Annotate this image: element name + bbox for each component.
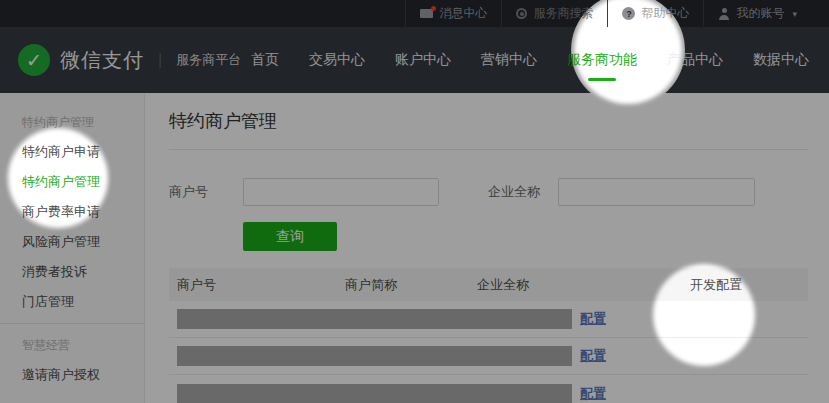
company-name-label: 企业全称 [488, 183, 558, 201]
col-header-short-name: 商户简称 [337, 276, 469, 294]
brand[interactable]: ✓ 微信支付 | 服务商平台 [18, 44, 241, 76]
config-link[interactable]: 配置 [572, 310, 808, 328]
sidebar-section-header: 智慧经营 [0, 330, 144, 360]
wechat-pay-logo-icon: ✓ [18, 44, 50, 76]
primary-nav: 首页 交易中心 账户中心 营销中心 服务商功能 产品中心 数据中心 [251, 45, 809, 75]
table-row: 配置 [169, 375, 808, 403]
sidebar-group-smart-business: 智慧经营 邀请商户授权 [0, 330, 144, 390]
col-header-dev-config: 开发配置 [682, 276, 808, 294]
message-center-menu[interactable]: 消息中心 [405, 0, 501, 27]
help-icon: ? [622, 7, 635, 20]
table-row: 配置 [169, 338, 808, 375]
merchant-table: 商户号 商户简称 企业全称 开发配置 配置 配置 配置 [169, 268, 808, 403]
sidebar-item-merchant-manage[interactable]: 特约商户管理 [0, 167, 144, 197]
sidebar-section-header: 特约商户管理 [0, 107, 144, 137]
provider-search-menu[interactable]: 服务商搜索 [501, 0, 607, 27]
redacted-cell-bar [177, 309, 572, 329]
brand-separator: | [158, 51, 162, 69]
sidebar-item-consumer-complaint[interactable]: 消费者投诉 [0, 257, 144, 287]
nav-item-data-center[interactable]: 数据中心 [753, 45, 809, 75]
sidebar-item-rate-apply[interactable]: 商户费率申请 [0, 197, 144, 227]
merchant-id-input[interactable] [243, 178, 439, 206]
page-body: 特约商户管理 特约商户申请 特约商户管理 商户费率申请 风险商户管理 消费者投诉… [0, 93, 829, 403]
chevron-down-icon: ▾ [792, 9, 797, 19]
page: 消息中心 服务商搜索 ? 帮助中心 我的账号 ▾ ✓ 微信支付 | 服务商平台 … [0, 0, 829, 403]
nav-item-provider-functions[interactable]: 服务商功能 [567, 45, 637, 75]
platform-name: 服务商平台 [176, 51, 241, 69]
account-label: 我的账号 [736, 5, 784, 22]
sidebar-item-invite-merchant-auth[interactable]: 邀请商户授权 [0, 360, 144, 390]
redacted-cell-bar [177, 346, 572, 366]
company-name-input[interactable] [558, 178, 755, 206]
table-header-row: 商户号 商户简称 企业全称 开发配置 [169, 268, 808, 301]
sidebar-item-risk-merchant[interactable]: 风险商户管理 [0, 227, 144, 257]
config-link[interactable]: 配置 [572, 385, 808, 403]
search-icon [516, 8, 527, 19]
provider-search-label: 服务商搜索 [533, 5, 593, 22]
col-header-company: 企业全称 [469, 276, 682, 294]
table-row: 配置 [169, 301, 808, 338]
merchant-id-label: 商户号 [169, 183, 243, 201]
message-center-label: 消息中心 [439, 5, 487, 22]
nav-item-transaction-center[interactable]: 交易中心 [309, 45, 365, 75]
nav-item-account-center[interactable]: 账户中心 [395, 45, 451, 75]
account-menu[interactable]: 我的账号 ▾ [703, 0, 811, 27]
config-link[interactable]: 配置 [572, 347, 808, 365]
nav-item-home[interactable]: 首页 [251, 45, 279, 75]
user-icon [718, 8, 730, 20]
nav-item-product-center[interactable]: 产品中心 [667, 45, 723, 75]
mail-icon [420, 9, 433, 18]
col-header-merchant-id: 商户号 [169, 276, 337, 294]
help-center-label: 帮助中心 [641, 5, 689, 22]
brand-name: 微信支付 [60, 47, 144, 74]
help-center-menu[interactable]: ? 帮助中心 [607, 0, 703, 27]
top-utility-bar: 消息中心 服务商搜索 ? 帮助中心 我的账号 ▾ [0, 0, 829, 27]
title-divider [169, 149, 808, 150]
redacted-cell-bar [177, 384, 572, 403]
page-title: 特约商户管理 [169, 109, 808, 133]
sidebar-item-store-manage[interactable]: 门店管理 [0, 287, 144, 317]
main-content: 特约商户管理 商户号 企业全称 查询 商户号 商户简称 企业全称 开发配置 配置 [145, 93, 829, 403]
sidebar: 特约商户管理 特约商户申请 特约商户管理 商户费率申请 风险商户管理 消费者投诉… [0, 93, 145, 403]
sidebar-divider [0, 323, 144, 324]
search-button[interactable]: 查询 [243, 222, 337, 251]
search-form: 商户号 企业全称 [169, 178, 808, 206]
sidebar-group-merchant-mgmt: 特约商户管理 特约商户申请 特约商户管理 商户费率申请 风险商户管理 消费者投诉… [0, 107, 144, 317]
sidebar-item-merchant-apply[interactable]: 特约商户申请 [0, 137, 144, 167]
main-header: ✓ 微信支付 | 服务商平台 首页 交易中心 账户中心 营销中心 服务商功能 产… [0, 27, 829, 93]
nav-item-marketing-center[interactable]: 营销中心 [481, 45, 537, 75]
